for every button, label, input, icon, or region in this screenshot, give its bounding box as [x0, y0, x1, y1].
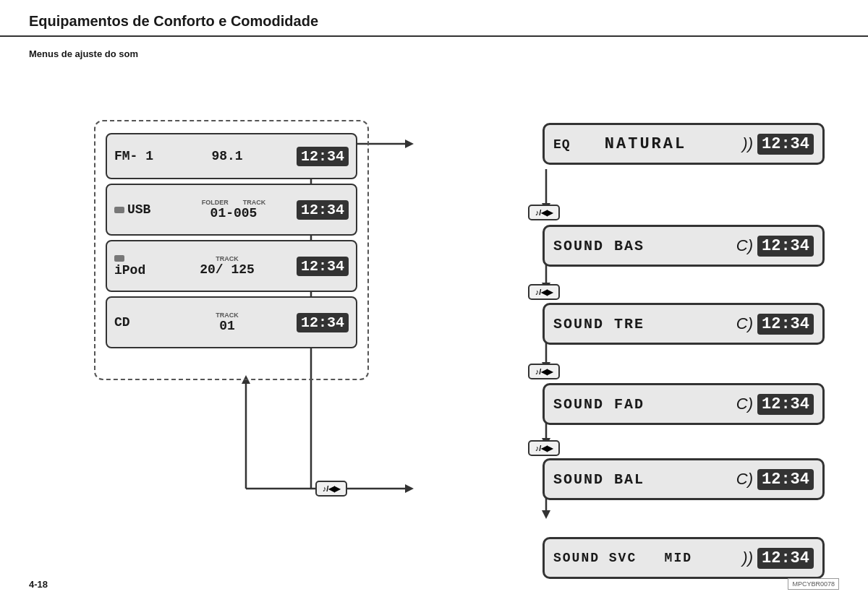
svc-time: 12:34	[757, 548, 814, 569]
sound-tre-label: SOUND TRE	[553, 316, 644, 332]
source-panel: FM- 1 98.1 12:34 USB FOLDER TRACK 01-005…	[94, 120, 369, 380]
eq-icon: ))	[742, 134, 753, 153]
usb-label: USB	[127, 202, 171, 217]
bal-button[interactable]: ♪/◀▶	[528, 440, 560, 456]
eq-display: EQ NATURAL )) 12:34	[542, 123, 825, 165]
eq-time: 12:34	[757, 134, 814, 155]
fm-label: FM- 1	[114, 149, 158, 163]
ipod-time: 12:34	[297, 257, 349, 276]
page-title: Equipamentos de Conforto e Comodidade	[29, 13, 318, 29]
bal-icon: C)	[736, 470, 753, 489]
folder-label: FOLDER	[202, 199, 229, 206]
usb-time: 12:34	[297, 200, 349, 220]
bas-time: 12:34	[757, 236, 814, 257]
fm-source-row: FM- 1 98.1 12:34	[106, 133, 357, 179]
tre-time: 12:34	[757, 314, 814, 335]
cd-time: 12:34	[297, 313, 349, 332]
svg-marker-4	[405, 484, 414, 493]
ipod-source-row: iPod TRACK 20/ 125 12:34	[106, 240, 357, 292]
fm-time: 12:34	[297, 147, 349, 166]
sound-svc-display: SOUND SVC MID )) 12:34	[542, 537, 825, 579]
tre-icon: C)	[736, 314, 753, 333]
bas-icon: C)	[736, 236, 753, 255]
svc-icon: ))	[742, 549, 753, 567]
sound-fad-display: SOUND FAD C) 12:34	[542, 383, 825, 425]
ipod-label: iPod	[114, 263, 158, 278]
bas-button[interactable]: ♪/◀▶	[528, 205, 560, 220]
usb-source-row: USB FOLDER TRACK 01-005 12:34	[106, 184, 357, 236]
sound-fad-label: SOUND FAD	[553, 396, 644, 413]
fad-time: 12:34	[757, 394, 814, 415]
main-content: ♪/◀▶ ♪/◀▶ ♪/◀▶ ♪/◀▶ ♪/◀▶ ♪/◀▶ EQ NATURAL…	[0, 62, 868, 583]
page-number: 4-18	[29, 579, 48, 590]
track-label-ipod: TRACK	[216, 255, 239, 262]
ipod-icon	[114, 255, 124, 262]
sound-bas-label: SOUND BAS	[553, 238, 644, 254]
sound-bal-display: SOUND BAL C) 12:34	[542, 458, 825, 500]
track-label-cd: TRACK	[216, 312, 239, 319]
usb-icon	[114, 207, 124, 213]
svc-button[interactable]: ♪/◀▶	[315, 481, 347, 497]
usb-value: 01-005	[210, 206, 258, 220]
track-label-usb: TRACK	[243, 199, 266, 206]
cd-source-row: CD TRACK 01 12:34	[106, 296, 357, 348]
eq-label: EQ NATURAL	[553, 135, 686, 153]
fm-value: 98.1	[158, 149, 297, 163]
bal-time: 12:34	[757, 469, 814, 490]
tre-button[interactable]: ♪/◀▶	[528, 284, 560, 300]
fad-button[interactable]: ♪/◀▶	[528, 364, 560, 379]
fad-icon: C)	[736, 395, 753, 413]
ipod-value: 20/ 125	[200, 262, 255, 277]
sound-bal-label: SOUND BAL	[553, 471, 644, 488]
sound-svc-label: SOUND SVC MID	[553, 551, 692, 565]
reference-code: MPCYBR0078	[788, 578, 839, 590]
sound-bas-display: SOUND BAS C) 12:34	[542, 225, 825, 267]
sound-tre-display: SOUND TRE C) 12:34	[542, 303, 825, 345]
cd-value: 01	[219, 319, 235, 333]
svg-marker-14	[542, 510, 550, 519]
cd-label: CD	[114, 315, 158, 330]
page-header: Equipamentos de Conforto e Comodidade	[0, 0, 868, 37]
section-title: Menus de ajuste do som	[0, 43, 868, 62]
svg-marker-1	[405, 139, 414, 148]
